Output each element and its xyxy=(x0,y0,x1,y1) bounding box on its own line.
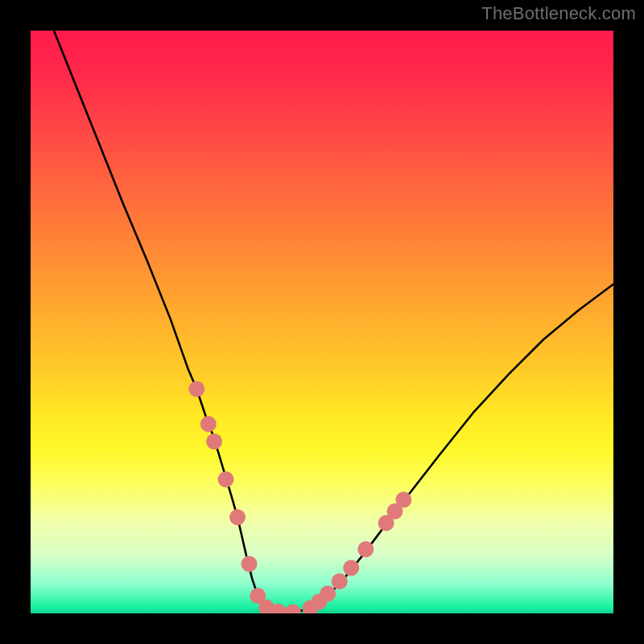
curve-markers xyxy=(188,381,411,613)
curve-marker xyxy=(357,541,374,557)
curve-marker xyxy=(395,492,411,508)
plot-area xyxy=(31,31,613,613)
curve-svg xyxy=(31,31,613,613)
watermark-text: TheBottleneck.com xyxy=(481,3,636,24)
curve-marker xyxy=(242,555,258,572)
chart-container: TheBottleneck.com xyxy=(0,0,644,644)
curve-marker xyxy=(188,381,204,397)
curve-marker xyxy=(343,560,359,576)
curve-marker xyxy=(320,585,336,601)
curve-marker xyxy=(200,416,217,432)
curve-marker xyxy=(206,433,222,449)
curve-marker xyxy=(229,510,246,526)
bottleneck-curve xyxy=(54,31,613,613)
curve-marker xyxy=(285,605,301,613)
curve-marker xyxy=(218,471,234,487)
curve-path xyxy=(54,31,613,613)
curve-marker xyxy=(332,573,348,589)
